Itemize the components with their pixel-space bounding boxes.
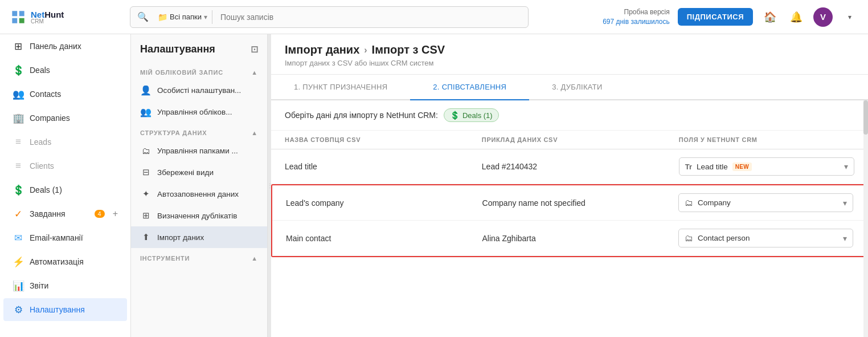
field-select-lead-title[interactable]: Tr Lead title NEW ▾ [679, 157, 854, 176]
settings-nav-account-mgmt[interactable]: 👥 Управління обліков... [131, 101, 267, 123]
chart-icon: 📊 [13, 280, 24, 291]
csv-col-contact: Main contact [272, 221, 469, 256]
folder-selector[interactable]: 📁 Всі папки ▾ [153, 10, 212, 24]
settings-nav-label-duplicates: Визначення дублікатів [157, 212, 237, 220]
dropdown-icon-contact: ▾ [843, 234, 847, 243]
breadcrumb: Імпорт даних › Імпорт з CSV [285, 43, 854, 56]
content-header: Імпорт даних › Імпорт з CSV Імпорт даних… [271, 34, 868, 75]
breadcrumb-parent: Імпорт даних [285, 43, 359, 56]
person-circle-icon: 👤 [140, 84, 152, 96]
vertical-scrollbar[interactable] [863, 100, 868, 337]
csv-col-lead-title: Lead title [271, 149, 468, 184]
sidebar-label-reports: Звіти [30, 281, 48, 290]
section-title-tools: ІНСТРУМЕНТИ ▲ [131, 248, 267, 265]
sidebar-item-contacts[interactable]: 👥 Contacts [3, 83, 127, 105]
table-header-row: НАЗВА СТОВПЦЯ CSV ПРИКЛАД ДАНИХ CSV ПОЛЯ… [271, 131, 868, 149]
list-icon-leads: ≡ [13, 136, 24, 148]
field-select-company[interactable]: 🗂 Company ▾ [678, 193, 853, 212]
settings-nav-personal[interactable]: 👤 Особисті налаштуван... [131, 79, 267, 101]
settings-nav-label-saved-views: Збережені види [157, 168, 214, 177]
lightning-icon: ⚡ [13, 256, 24, 267]
sidebar-item-dashboard[interactable]: ⊞ Панель даних [3, 35, 127, 58]
tab-destination[interactable]: 1. ПУНКТ ПРИЗНАЧЕННЯ [271, 75, 410, 100]
filter-label: Оберіть дані для імпорту в NetHunt CRM: [285, 111, 438, 120]
logo: NetHunt CRM [9, 8, 123, 26]
col-header-field: ПОЛЯ У NETHUNT CRM [665, 131, 868, 149]
subscribe-button[interactable]: ПІДПИСАТИСЯ [678, 8, 753, 26]
chevron-up-icon[interactable]: ▲ [251, 69, 258, 76]
sidebar-item-clients[interactable]: ≡ Clients [3, 155, 127, 177]
csv-data-company: Company name not specified [469, 185, 665, 221]
tab-mapping[interactable]: 2. СПІВСТАВЛЕННЯ [410, 75, 529, 100]
settings-nav-autofill[interactable]: ✦ Автозаповнення даних [131, 183, 267, 205]
sidebar-item-deals[interactable]: 💲 Deals [3, 59, 127, 82]
settings-nav-saved-views[interactable]: ⊟ Збережені види [131, 161, 267, 183]
panel-expand-icon[interactable]: ⊡ [251, 44, 258, 55]
sidebar-item-automation[interactable]: ⚡ Автоматизація [3, 250, 127, 273]
field-select-inner-contact: 🗂 Contact person [685, 233, 750, 243]
sidebar-item-deals2[interactable]: 💲 Deals (1) [3, 178, 127, 201]
breadcrumb-current: Імпорт з CSV [372, 43, 445, 56]
csv-data-contact: Alina Zghibarta [469, 221, 665, 256]
autofill-icon: ✦ [140, 188, 152, 200]
add-task-icon[interactable]: + [113, 209, 118, 219]
breadcrumb-chevron-icon: › [364, 45, 367, 55]
deals-badge[interactable]: 💲 Deals (1) [444, 108, 499, 122]
sidebar-item-companies[interactable]: 🏢 Companies [3, 107, 127, 129]
sidebar-item-email[interactable]: ✉ Email-кампанії [3, 226, 127, 249]
people-icon: 👥 [13, 88, 24, 100]
tab-duplicates[interactable]: 3. ДУБЛІКАТИ [529, 75, 625, 100]
logo-text: NetHunt CRM [31, 10, 64, 25]
search-bar[interactable]: 🔍 📁 Всі папки ▾ [130, 6, 529, 28]
person-settings-icon: 👥 [140, 106, 152, 117]
tabs-row: 1. ПУНКТ ПРИЗНАЧЕННЯ 2. СПІВСТАВЛЕННЯ 3.… [271, 75, 868, 100]
field-select-cell-contact: 🗂 Contact person ▾ [665, 221, 867, 256]
field-select-inner-company: 🗂 Company [685, 198, 731, 208]
content-area: Імпорт даних › Імпорт з CSV Імпорт даних… [271, 34, 868, 337]
text-format-icon: Tr [685, 163, 692, 171]
filter-row: Оберіть дані для імпорту в NetHunt CRM: … [271, 100, 868, 131]
field-label-contact: Contact person [698, 234, 750, 242]
sidebar-item-reports[interactable]: 📊 Звіти [3, 274, 127, 297]
avatar[interactable]: V [813, 7, 833, 27]
settings-nav-duplicates[interactable]: ⊞ Визначення дублікатів [131, 205, 267, 226]
sidebar: ⊞ Панель даних 💲 Deals 👥 Contacts 🏢 Comp… [0, 34, 131, 337]
csv-data-lead-title: Lead #2140432 [468, 149, 665, 184]
saved-views-icon: ⊟ [140, 167, 152, 178]
field-select-contact[interactable]: 🗂 Contact person ▾ [678, 229, 853, 247]
sidebar-label-settings: Налаштування [30, 305, 85, 314]
chevron-down-icon: ▾ [204, 13, 207, 21]
settings-nav-folders[interactable]: 🗂 Управління папками ... [131, 140, 267, 161]
list-icon-clients: ≡ [13, 160, 24, 172]
sidebar-item-leads[interactable]: ≡ Leads [3, 131, 127, 153]
table-row: Lead's company Company name not specifie… [272, 185, 867, 221]
settings-nav-import[interactable]: ⬆ Імпорт даних [131, 226, 267, 248]
trial-info: Пробна версія 697 днів залишилось [603, 7, 670, 27]
highlighted-table: Lead's company Company name not specifie… [272, 185, 867, 256]
page-subtitle: Імпорт даних з CSV або інших CRM систем [285, 59, 854, 67]
chevron-up-icon2[interactable]: ▲ [251, 129, 258, 136]
highlighted-rows-container: Lead's company Company name not specifie… [271, 184, 868, 257]
sidebar-item-tasks[interactable]: ✓ Завдання 4 + [3, 202, 127, 225]
field-select-inner: Tr Lead title NEW [685, 163, 752, 171]
home-icon[interactable]: 🏠 [761, 8, 779, 26]
sidebar-label-leads: Leads [30, 137, 51, 147]
sidebar-label-tasks: Завдання [30, 209, 65, 218]
folder-label: Всі папки [170, 13, 202, 21]
folder-icon-contact: 🗂 [685, 233, 693, 243]
account-chevron-icon[interactable]: ▾ [841, 8, 859, 26]
chevron-up-icon3[interactable]: ▲ [251, 255, 258, 262]
notifications-icon[interactable]: 🔔 [787, 8, 805, 26]
building-icon: 🏢 [13, 112, 24, 124]
search-input[interactable] [220, 13, 521, 22]
dropdown-icon-company: ▾ [843, 198, 847, 208]
nethunt-logo-icon [9, 8, 27, 26]
mapping-table: НАЗВА СТОВПЦЯ CSV ПРИКЛАД ДАНИХ CSV ПОЛЯ… [271, 131, 868, 184]
duplicates-icon: ⊞ [140, 210, 152, 221]
settings-nav-label-personal: Особисті налаштуван... [157, 86, 241, 95]
sidebar-label-companies: Companies [30, 113, 70, 123]
sidebar-item-settings[interactable]: ⚙ Налаштування [3, 298, 127, 321]
settings-nav-label-folders: Управління папками ... [157, 147, 238, 155]
settings-nav-label-import: Імпорт даних [157, 233, 204, 242]
import-body: Оберіть дані для імпорту в NetHunt CRM: … [271, 100, 868, 337]
